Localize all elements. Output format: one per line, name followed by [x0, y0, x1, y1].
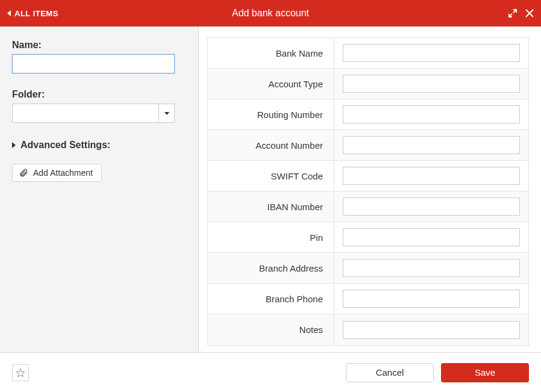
advanced-settings-toggle[interactable]: Advanced Settings: — [12, 140, 186, 151]
folder-field: Folder: — [12, 89, 186, 123]
form-row-label: SWIFT Code — [208, 161, 334, 191]
footer-actions: Cancel Save — [346, 363, 529, 382]
add-attachment-button[interactable]: Add Attachment — [12, 164, 102, 182]
form-row-label: Branch Address — [208, 253, 334, 283]
dialog-footer: Cancel Save — [0, 353, 541, 392]
dialog-body: Name: Folder: Advanced Settings: Add Att… — [0, 26, 541, 353]
close-icon — [525, 9, 534, 17]
form-input[interactable] — [343, 290, 520, 308]
form-row-input-cell — [334, 130, 528, 160]
svg-marker-0 — [16, 369, 24, 376]
form-input[interactable] — [343, 44, 520, 62]
chevron-left-icon — [7, 10, 11, 16]
folder-dropdown-button[interactable] — [158, 104, 174, 122]
form-row-label: Account Number — [208, 130, 334, 160]
form-input[interactable] — [343, 198, 520, 216]
cancel-button[interactable]: Cancel — [346, 363, 434, 382]
header-actions — [508, 9, 534, 17]
dialog-title: Add bank account — [0, 8, 541, 19]
folder-label: Folder: — [12, 89, 186, 100]
form-row-input-cell — [334, 99, 528, 129]
name-label: Name: — [12, 40, 186, 51]
form-row-input-cell — [334, 284, 528, 314]
expand-icon — [508, 9, 517, 17]
form-row-input-cell — [334, 314, 528, 345]
form-row-input-cell — [334, 222, 528, 252]
form-row: Notes — [208, 314, 528, 345]
folder-value — [13, 104, 158, 122]
form-input[interactable] — [343, 167, 520, 185]
form-row-input-cell — [334, 253, 528, 283]
form-row-label: Branch Phone — [208, 284, 334, 314]
form-row-label: Routing Number — [208, 99, 334, 129]
close-button[interactable] — [525, 9, 534, 17]
name-input[interactable] — [12, 54, 175, 73]
form-row-label: IBAN Number — [208, 191, 334, 222]
save-button[interactable]: Save — [441, 363, 529, 382]
form-fields-table: Bank NameAccount TypeRouting NumberAccou… — [207, 37, 529, 346]
form-row-label: Pin — [208, 222, 334, 252]
form-row: Bank Name — [208, 38, 528, 69]
expand-button[interactable] — [508, 9, 517, 17]
chevron-right-icon — [12, 142, 16, 148]
form-row-input-cell — [334, 38, 528, 68]
form-row-label: Account Type — [208, 69, 334, 99]
form-input[interactable] — [343, 75, 520, 93]
star-icon — [16, 368, 25, 378]
form-row: Account Number — [208, 130, 528, 161]
form-row: Branch Phone — [208, 284, 528, 314]
chevron-down-icon — [164, 112, 169, 115]
dialog-header: ALL ITEMS Add bank account — [0, 0, 541, 26]
paperclip-icon — [19, 168, 28, 178]
add-attachment-label: Add Attachment — [33, 168, 93, 178]
form-input[interactable] — [343, 259, 520, 277]
form-row-input-cell — [334, 191, 528, 222]
form-row: IBAN Number — [208, 191, 528, 222]
right-panel[interactable]: Bank NameAccount TypeRouting NumberAccou… — [199, 26, 541, 352]
form-row-input-cell — [334, 69, 528, 99]
form-row: Account Type — [208, 69, 528, 99]
form-row-label: Notes — [208, 314, 334, 345]
form-input[interactable] — [343, 136, 520, 154]
form-row-input-cell — [334, 161, 528, 191]
back-label: ALL ITEMS — [14, 9, 58, 18]
folder-select[interactable] — [12, 104, 175, 123]
form-input[interactable] — [343, 105, 520, 123]
left-panel: Name: Folder: Advanced Settings: Add Att… — [0, 26, 199, 352]
form-row: SWIFT Code — [208, 161, 528, 191]
back-all-items-button[interactable]: ALL ITEMS — [7, 9, 58, 18]
advanced-settings-label: Advanced Settings: — [20, 140, 110, 151]
form-input[interactable] — [343, 321, 520, 339]
favorite-button[interactable] — [12, 364, 29, 381]
form-row: Routing Number — [208, 99, 528, 130]
form-row: Pin — [208, 222, 528, 253]
form-row-label: Bank Name — [208, 38, 334, 68]
form-input[interactable] — [343, 228, 520, 246]
form-row: Branch Address — [208, 253, 528, 284]
